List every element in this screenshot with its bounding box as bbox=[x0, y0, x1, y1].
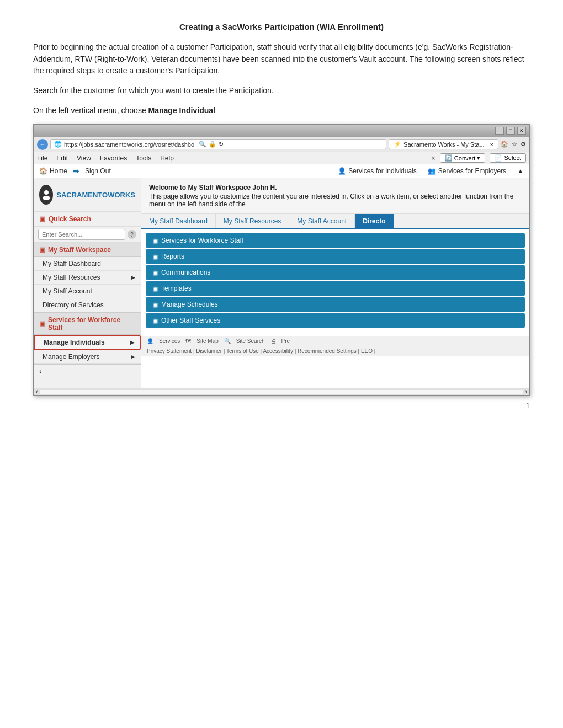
section-reports[interactable]: ▣ Reports bbox=[146, 249, 525, 264]
doc-para-1: Prior to beginning the actual creation o… bbox=[33, 41, 530, 77]
section-schedules[interactable]: ▣ Manage Schedules bbox=[146, 297, 525, 312]
section-communications-label: Communications bbox=[161, 269, 210, 276]
url-box[interactable]: 🌐 https://jobs.sacramentoworks.org/vosne… bbox=[50, 139, 386, 149]
menu-tools[interactable]: Tools bbox=[136, 154, 151, 162]
scroll-up-icon[interactable]: ▲ bbox=[517, 167, 524, 175]
home-icon[interactable]: 🏠 bbox=[501, 141, 508, 148]
tab-directory[interactable]: Directo bbox=[355, 214, 393, 228]
scroll-track[interactable] bbox=[40, 390, 523, 394]
section-schedules-label: Manage Schedules bbox=[161, 301, 218, 308]
resources-arrow-icon: ▶ bbox=[131, 275, 135, 280]
services-individuals[interactable]: 👤 Services for Individuals bbox=[338, 167, 416, 175]
tab-close-icon[interactable]: × bbox=[490, 141, 493, 148]
close-btn[interactable]: ✕ bbox=[517, 127, 526, 135]
convert-button[interactable]: 🔄 Convert ▾ bbox=[440, 153, 486, 163]
tab-label: Sacramento Works - My Sta... bbox=[403, 141, 485, 148]
scroll-right-arrow[interactable]: › bbox=[525, 389, 527, 395]
menu-favorites[interactable]: Favorites bbox=[100, 154, 127, 162]
menu-view[interactable]: View bbox=[77, 154, 91, 162]
home-label: Home bbox=[50, 167, 67, 175]
section-communications-icon: ▣ bbox=[152, 269, 158, 276]
section-workforce-staff[interactable]: ▣ Services for Workforce Staff bbox=[146, 233, 525, 248]
people-icon: 👤 bbox=[338, 167, 346, 175]
section-workforce-label: Services for Workforce Staff bbox=[161, 237, 243, 244]
tab-dashboard[interactable]: My Staff Dashboard bbox=[141, 214, 216, 228]
tab-account[interactable]: My Staff Account bbox=[289, 214, 355, 228]
footer-search-icon: 🔍 bbox=[224, 338, 231, 344]
close-x-label[interactable]: × bbox=[432, 154, 435, 162]
dashboard-label: My Staff Dashboard bbox=[43, 260, 101, 267]
logo-works: WORKS bbox=[108, 191, 135, 199]
left-arrow-icon[interactable]: ‹ bbox=[39, 367, 42, 376]
sidebar-scroll-left[interactable]: ‹ bbox=[34, 364, 141, 378]
sidebar-item-account[interactable]: My Staff Account bbox=[34, 285, 141, 298]
convert-dropdown-icon: ▾ bbox=[477, 154, 480, 162]
welcome-box: Welcome to My Staff Workspace John H. Th… bbox=[141, 178, 529, 214]
footer-site-search[interactable]: Site Search bbox=[236, 338, 265, 344]
menu-edit[interactable]: Edit bbox=[56, 154, 68, 162]
content-tabs: My Staff Dashboard My Staff Resources My… bbox=[141, 214, 529, 229]
sidebar-item-directory[interactable]: Directory of Services bbox=[34, 298, 141, 312]
section-other[interactable]: ▣ Other Staff Services bbox=[146, 313, 525, 328]
footer-services[interactable]: Services bbox=[159, 338, 180, 344]
svg-point-0 bbox=[44, 190, 49, 195]
section-communications[interactable]: ▣ Communications bbox=[146, 265, 525, 280]
menu-bar-right: × 🔄 Convert ▾ 📄 Select bbox=[432, 153, 526, 163]
section-other-icon: ▣ bbox=[152, 317, 158, 324]
search-icon: 🔍 bbox=[199, 141, 206, 148]
back-button[interactable]: ← bbox=[37, 139, 48, 150]
menu-help[interactable]: Help bbox=[160, 154, 174, 162]
services-employers[interactable]: 👥 Services for Employers bbox=[428, 167, 506, 175]
signout-label: Sign Out bbox=[85, 167, 111, 175]
main-area: SACRAMENTOWORKS ▣ Quick Search ? bbox=[34, 178, 529, 388]
nav-home[interactable]: 🏠 Home bbox=[39, 167, 67, 175]
doc-para-2: Search for the customer for which you wa… bbox=[33, 85, 530, 97]
search-input[interactable] bbox=[38, 229, 125, 240]
address-bar: ← 🌐 https://jobs.sacramentoworks.org/vos… bbox=[34, 137, 529, 152]
help-icon[interactable]: ? bbox=[128, 230, 136, 239]
browser-footer: 👤 Services 🗺 Site Map 🔍 Site Search 🖨 Pr… bbox=[141, 336, 529, 346]
nav-arrow-icon: ➡ bbox=[73, 167, 79, 175]
restore-btn[interactable]: □ bbox=[506, 127, 515, 135]
footer-map-icon: 🗺 bbox=[185, 338, 191, 344]
workspace-icon: ▣ bbox=[39, 246, 45, 254]
tab-icon: ⚡ bbox=[394, 141, 401, 148]
section-templates[interactable]: ▣ Templates bbox=[146, 281, 525, 296]
workforce-group-header[interactable]: ▣ Services for Workforce Staff bbox=[34, 312, 141, 335]
sidebar-item-manage-employers[interactable]: Manage Employers ▶ bbox=[34, 350, 141, 364]
svg-point-1 bbox=[43, 196, 50, 200]
minimize-btn[interactable]: – bbox=[495, 127, 504, 135]
doc-para-3-prefix: On the left vertical menu, choose bbox=[33, 106, 148, 115]
content-sections: ▣ Services for Workforce Staff ▣ Reports… bbox=[141, 229, 529, 331]
star-icon[interactable]: ☆ bbox=[512, 141, 517, 148]
title-bar-buttons: – □ ✕ bbox=[495, 127, 526, 135]
footer-pre[interactable]: Pre bbox=[282, 338, 290, 344]
addr-icons: 🏠 ☆ ⚙ bbox=[501, 141, 526, 148]
browser-tab[interactable]: ⚡ Sacramento Works - My Sta... × bbox=[389, 139, 498, 149]
section-reports-icon: ▣ bbox=[152, 253, 158, 260]
account-label: My Staff Account bbox=[43, 287, 92, 295]
tab-resources[interactable]: My Staff Resources bbox=[216, 214, 289, 228]
section-schedules-icon: ▣ bbox=[152, 301, 158, 308]
sidebar-logo: SACRAMENTOWORKS bbox=[34, 178, 141, 212]
section-templates-icon: ▣ bbox=[152, 285, 158, 292]
person-silhouette-icon bbox=[40, 188, 53, 201]
lock-icon: 🔒 bbox=[209, 141, 216, 148]
logo-icon bbox=[39, 185, 53, 205]
menu-bar: File Edit View Favorites Tools Help × 🔄 … bbox=[34, 152, 529, 164]
logo-text: SACRAMENTOWORKS bbox=[56, 191, 135, 199]
nav-signout[interactable]: Sign Out bbox=[85, 167, 111, 175]
sidebar-item-manage-individuals[interactable]: Manage Individuals ▶ bbox=[34, 335, 141, 350]
menu-file[interactable]: File bbox=[37, 154, 47, 162]
footer-site-map[interactable]: Site Map bbox=[196, 338, 218, 344]
sidebar-item-resources[interactable]: My Staff Resources ▶ bbox=[34, 271, 141, 285]
title-bar: – □ ✕ bbox=[34, 125, 529, 137]
gear-icon[interactable]: ⚙ bbox=[520, 141, 526, 148]
manage-individuals-label: Manage Individuals bbox=[44, 339, 105, 346]
workspace-group-header[interactable]: ▣ My Staff Workspace bbox=[34, 243, 141, 257]
sidebar-item-dashboard[interactable]: My Staff Dashboard bbox=[34, 257, 141, 271]
select-button[interactable]: 📄 Select bbox=[490, 153, 526, 163]
browser-content: 🏠 Home ➡ Sign Out 👤 Services for Individ… bbox=[34, 164, 529, 395]
search-box-wrapper: ? bbox=[34, 227, 141, 243]
scroll-left-arrow[interactable]: ‹ bbox=[36, 389, 38, 395]
